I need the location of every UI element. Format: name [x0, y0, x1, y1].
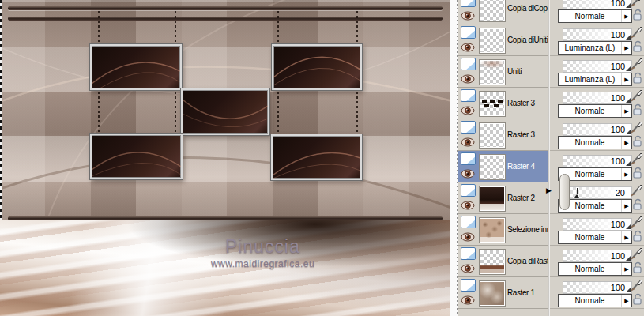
- dropdown-arrow-icon[interactable]: ▶: [621, 168, 631, 180]
- dropdown-arrow-icon[interactable]: ▶: [621, 42, 631, 54]
- blend-mode-dropdown[interactable]: Normale ▶: [558, 294, 632, 307]
- layer-thumbnail[interactable]: [480, 60, 505, 85]
- opacity-slider[interactable]: 100: [563, 250, 632, 262]
- layer-thumbnail[interactable]: [480, 92, 505, 116]
- visibility-eye-icon[interactable]: [461, 295, 475, 305]
- opacity-slider[interactable]: 20: [563, 186, 632, 199]
- lock-icon[interactable]: [632, 72, 643, 85]
- opacity-slider[interactable]: 100: [563, 281, 632, 294]
- visibility-eye-icon[interactable]: [461, 201, 475, 210]
- layer-controls: 100 Luminanza (L) ▶: [550, 24, 644, 56]
- visibility-eye-icon[interactable]: [461, 232, 475, 242]
- lock-icon[interactable]: [632, 230, 643, 243]
- dropdown-arrow-icon[interactable]: ▶: [621, 200, 631, 212]
- layer-row[interactable]: Raster 4: [458, 151, 548, 182]
- brush-icon[interactable]: [631, 120, 643, 134]
- layer-thumbnail[interactable]: [480, 28, 505, 53]
- visibility-eye-icon[interactable]: [461, 169, 475, 179]
- opacity-slider[interactable]: 100: [563, 123, 632, 136]
- lock-icon[interactable]: [632, 167, 643, 179]
- visibility-eye-icon[interactable]: [461, 106, 475, 115]
- brush-icon[interactable]: [631, 278, 643, 292]
- blend-mode-dropdown[interactable]: Normale ▶: [558, 136, 632, 149]
- lock-icon[interactable]: [632, 9, 643, 21]
- dropdown-arrow-icon[interactable]: ▶: [621, 105, 631, 117]
- blend-mode-dropdown[interactable]: Normale ▶: [558, 9, 632, 23]
- dropdown-arrow-icon[interactable]: ▶: [621, 263, 631, 275]
- visibility-eye-icon[interactable]: [461, 137, 475, 147]
- opacity-slider[interactable]: 100: [563, 155, 632, 167]
- visibility-eye-icon[interactable]: [461, 264, 475, 273]
- layer-page-icon: [461, 184, 476, 197]
- lock-icon[interactable]: [632, 135, 643, 148]
- blend-mode-dropdown[interactable]: Normale ▶: [558, 104, 632, 118]
- visibility-eye-icon[interactable]: [461, 11, 475, 21]
- dropdown-arrow-icon[interactable]: ▶: [621, 137, 631, 149]
- layer-row[interactable]: Copia diCopia d: [458, 0, 548, 24]
- layer-thumbnail[interactable]: [480, 250, 505, 274]
- lock-icon[interactable]: [632, 198, 643, 211]
- lock-icon[interactable]: [632, 40, 643, 53]
- layer-row[interactable]: Raster 1: [458, 277, 548, 309]
- dropdown-arrow-icon[interactable]: ▶: [621, 231, 631, 243]
- blend-mode-value: Normale: [559, 107, 621, 115]
- blend-mode-dropdown[interactable]: Normale ▶: [558, 231, 632, 244]
- watermark-url: www.maidiregrafica.eu: [174, 258, 352, 269]
- brush-icon[interactable]: [631, 246, 643, 260]
- layer-page-icon: [461, 26, 476, 39]
- layer-thumbnail[interactable]: [480, 281, 505, 306]
- layer-page-icon: [461, 89, 476, 102]
- opacity-slider[interactable]: 100: [563, 92, 632, 104]
- layer-thumbnail[interactable]: [480, 155, 505, 179]
- layer-page-icon: [461, 247, 476, 260]
- layer-thumbnail[interactable]: [480, 0, 505, 21]
- splitter-arrow-icon[interactable]: ▶: [546, 186, 552, 194]
- layer-row[interactable]: Uniti: [458, 56, 548, 88]
- layer-controls: 100 Normale ▶: [550, 88, 644, 119]
- blend-mode-dropdown[interactable]: Luminanza (L) ▶: [558, 41, 632, 55]
- opacity-slider[interactable]: 100: [563, 0, 632, 9]
- brush-icon[interactable]: [631, 183, 643, 197]
- layer-thumbnail[interactable]: [480, 186, 505, 211]
- app-window: Pinuccia www.maidiregrafica.eu Copia diC…: [0, 0, 644, 316]
- visibility-eye-icon[interactable]: [461, 43, 475, 52]
- layer-row[interactable]: Selezione innalz: [458, 214, 548, 246]
- dropdown-arrow-icon[interactable]: ▶: [621, 73, 631, 85]
- brush-icon[interactable]: [631, 25, 643, 39]
- lock-icon[interactable]: [632, 103, 643, 116]
- dropdown-arrow-icon[interactable]: ▶: [621, 295, 631, 307]
- layer-row[interactable]: Copia diUniti: [458, 24, 548, 56]
- image-canvas[interactable]: Pinuccia www.maidiregrafica.eu: [0, 0, 450, 316]
- layer-row[interactable]: Copia diRaster 1: [458, 246, 548, 277]
- layer-thumbnail[interactable]: [480, 123, 505, 148]
- lock-icon[interactable]: [632, 261, 643, 274]
- visibility-eye-icon[interactable]: [461, 74, 475, 84]
- palette-splitter-handle[interactable]: [559, 174, 570, 210]
- layer-controls: 100 Normale ▶: [550, 246, 644, 277]
- blend-mode-value: Luminanza (L): [559, 43, 621, 52]
- blend-mode-dropdown[interactable]: Normale ▶: [558, 262, 632, 276]
- layer-controls: 100 Normale ▶: [550, 119, 644, 151]
- brush-icon[interactable]: [631, 88, 643, 102]
- brush-icon[interactable]: [631, 0, 643, 7]
- layer-name: Raster 4: [507, 151, 548, 182]
- bottom-artwork: Pinuccia www.maidiregrafica.eu: [0, 220, 450, 316]
- picture-frame: [271, 134, 362, 180]
- blend-mode-dropdown[interactable]: Luminanza (L) ▶: [558, 73, 632, 86]
- brush-icon[interactable]: [631, 152, 643, 165]
- slider-pin-icon[interactable]: [574, 188, 580, 198]
- opacity-slider[interactable]: 100: [563, 60, 632, 73]
- layer-name: Copia diUniti: [507, 24, 548, 55]
- dropdown-arrow-icon[interactable]: ▶: [621, 10, 631, 22]
- brush-icon[interactable]: [631, 57, 643, 70]
- opacity-slider[interactable]: 100: [563, 218, 632, 231]
- opacity-slider[interactable]: 100: [563, 28, 632, 41]
- layer-name: Raster 3: [507, 119, 548, 150]
- layer-page-icon: [461, 279, 476, 292]
- layer-row[interactable]: Raster 2: [458, 182, 548, 214]
- layer-thumbnail[interactable]: [480, 218, 505, 243]
- layer-row[interactable]: Raster 3: [458, 119, 548, 151]
- brush-icon[interactable]: [631, 215, 643, 228]
- lock-icon[interactable]: [632, 293, 643, 306]
- layer-row[interactable]: Raster 3: [458, 88, 548, 119]
